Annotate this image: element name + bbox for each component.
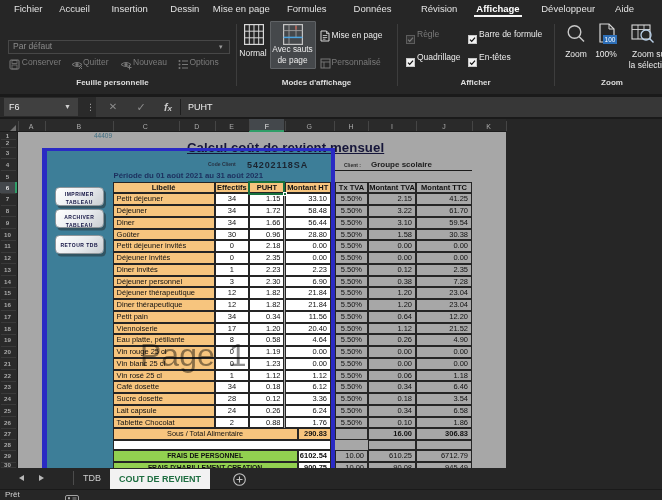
svg-text:100: 100	[605, 36, 616, 43]
